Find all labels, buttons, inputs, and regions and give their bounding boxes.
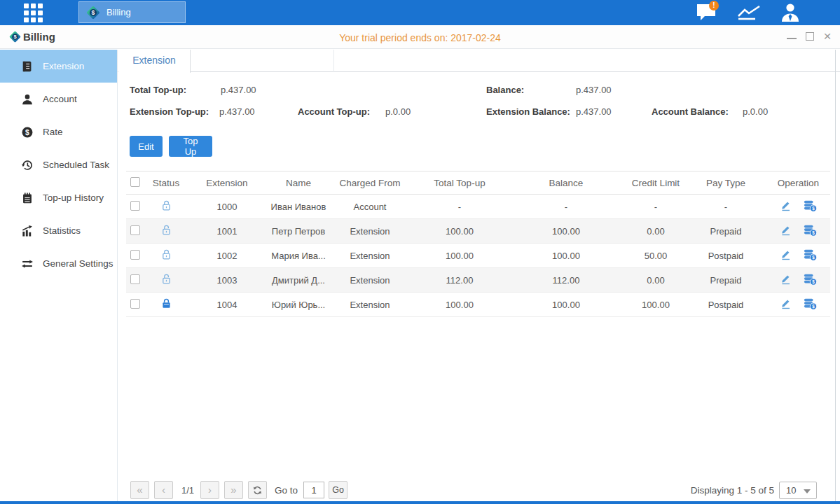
topup-row-icon[interactable]: $ [803,200,817,214]
general-settings-icon [21,258,34,270]
cell-credit-limit: 0.00 [626,226,685,237]
svg-text:$: $ [812,205,815,211]
svg-text:$: $ [92,9,95,16]
cell-pay-type: - [685,202,766,212]
edit-button[interactable]: Edit [130,136,163,157]
sidebar-item-account[interactable]: Account [0,83,117,115]
cell-extension: 1002 [184,251,270,261]
sidebar-item-label: Extension [43,61,84,71]
unlocked-icon [160,248,172,260]
topup-row-icon[interactable]: $ [803,224,817,239]
edit-row-icon[interactable] [780,200,792,214]
go-button[interactable]: Go [329,481,347,499]
sidebar-item-topup-history[interactable]: Top-up History [0,181,117,214]
sidebar: Extension Account $ Rate Scheduled Task [0,50,118,501]
unlocked-icon [160,200,172,211]
cell-balance: 100.00 [506,251,626,261]
goto-label: Go to [275,485,298,496]
sidebar-item-statistics[interactable]: Statistics [0,214,117,247]
edit-row-icon[interactable] [780,273,792,287]
col-total-topup: Total Top-up [413,178,506,188]
apps-grid-icon[interactable] [24,4,52,22]
row-checkbox[interactable] [130,250,140,260]
goto-page-input[interactable] [303,482,324,498]
cell-charged-from: Extension [326,300,413,310]
table-row[interactable]: 1000 Иван Иванов Account - - - - $ [126,195,830,219]
sidebar-item-label: Top-up History [43,192,104,203]
col-pay-type: Pay Type [685,178,766,188]
topup-row-icon[interactable]: $ [803,248,817,263]
refresh-button[interactable] [248,481,267,499]
sidebar-item-extension[interactable]: Extension [0,50,117,83]
edit-row-icon[interactable] [780,224,792,238]
table-row[interactable]: 1001 Петр Петров Extension 100.00 100.00… [126,219,830,244]
top-up-button[interactable]: Top Up [169,136,212,157]
window-bottom-border [0,501,840,504]
cell-balance: 100.00 [506,300,626,310]
col-status: Status [149,178,184,188]
select-all-checkbox[interactable] [130,177,140,187]
row-checkbox[interactable] [130,225,140,235]
cell-credit-limit: - [626,202,685,212]
cell-credit-limit: 100.00 [626,300,685,310]
minimize-button[interactable] [785,25,800,49]
page-size-select[interactable]: 10 [779,482,817,499]
taskbar-app-tab-billing[interactable]: $ Billing [78,1,186,23]
close-button[interactable]: × [820,25,835,49]
row-checkbox[interactable] [130,274,140,284]
messages-icon[interactable]: ! [696,3,717,24]
table-row[interactable]: 1004 Юрий Юрь... Extension 100.00 100.00… [126,293,830,317]
row-checkbox[interactable] [130,201,140,211]
cell-extension: 1001 [184,226,270,237]
first-page-button[interactable]: « [130,481,149,499]
locked-icon [160,298,172,309]
sidebar-item-general-settings[interactable]: General Settings [0,247,117,280]
extension-icon [21,60,34,73]
unlocked-icon [160,273,172,285]
topup-row-icon[interactable]: $ [803,273,817,288]
last-page-button[interactable]: » [224,481,243,499]
cell-total-topup: - [413,202,506,212]
cell-name: Иван Иванов [270,202,326,212]
scheduled-task-icon [21,159,34,172]
col-operation: Operation [766,178,830,188]
next-page-button[interactable]: › [200,481,219,499]
col-extension: Extension [184,178,270,188]
prev-page-button[interactable]: ‹ [154,481,173,499]
taskbar-app-label: Billing [106,7,131,18]
total-topup-label: Total Top-up: [130,85,186,95]
displaying-text: Displaying 1 - 5 of 5 [691,485,774,496]
sidebar-item-scheduled-task[interactable]: Scheduled Task [0,148,117,181]
svg-text:$: $ [812,254,815,260]
table-header-row: Status Extension Name Charged From Total… [126,171,830,195]
cell-balance: 100.00 [506,226,626,237]
billing-app-icon: $ [85,5,101,20]
account-icon [21,93,34,106]
trial-notice: Your trial period ends on: 2017-02-24 [0,32,840,43]
table-row[interactable]: 1002 Мария Ива... Extension 100.00 100.0… [126,244,830,268]
topup-row-icon[interactable]: $ [803,298,817,312]
extension-balance-value: p.437.00 [576,106,612,117]
extension-balance-label: Extension Balance: [486,106,570,117]
account-balance-value: p.0.00 [743,106,768,117]
edit-row-icon[interactable] [780,248,792,262]
user-icon[interactable] [779,2,801,25]
chevron-down-icon [804,489,811,493]
cell-name: Петр Петров [270,226,326,237]
sidebar-item-rate[interactable]: $ Rate [0,115,117,148]
total-topup-value: p.437.00 [221,85,256,95]
col-name: Name [270,178,326,188]
tab-extension[interactable]: Extension [118,50,191,73]
col-charged-from: Charged From [326,178,413,188]
table-row[interactable]: 1003 Дмитрий Д... Extension 112.00 112.0… [126,268,830,293]
account-balance-label: Account Balance: [652,106,729,117]
cell-total-topup: 100.00 [413,300,506,310]
cell-name: Юрий Юрь... [270,300,326,310]
cell-total-topup: 112.00 [413,275,506,286]
edit-row-icon[interactable] [780,298,792,312]
row-checkbox[interactable] [130,299,140,309]
maximize-button[interactable] [803,25,818,49]
cell-extension: 1003 [184,275,270,286]
cell-balance: 112.00 [506,275,626,286]
statistics-topbar-icon[interactable] [737,4,762,24]
